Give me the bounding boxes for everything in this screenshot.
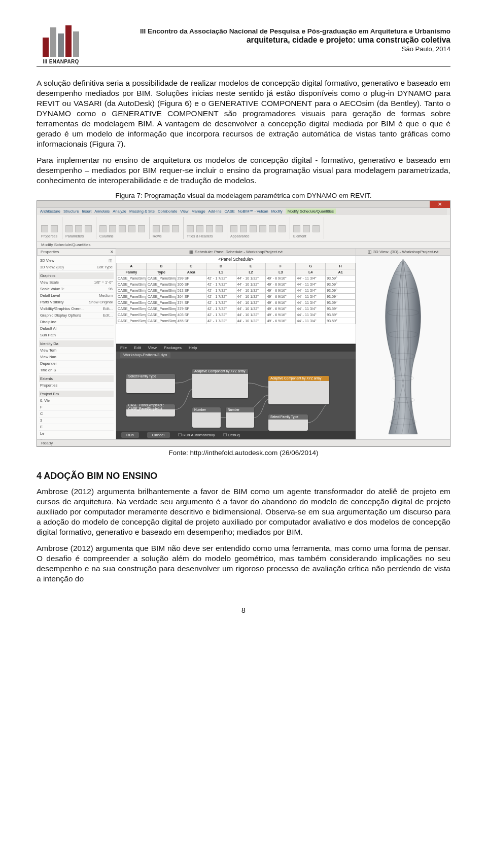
ribbon-tab[interactable]: Modify (271, 209, 283, 214)
browser-item[interactable]: E (39, 424, 114, 431)
dynamo-menu-item[interactable]: Help (189, 345, 197, 350)
ribbon-tab[interactable]: Architecture (40, 209, 60, 214)
ribbon-button-icon[interactable] (206, 225, 213, 232)
dynamo-run-button[interactable]: Run (121, 432, 139, 438)
ribbon-group-label: Columns (99, 234, 145, 238)
ribbon-button-icon[interactable] (293, 225, 300, 232)
ribbon-tab[interactable]: Manage (191, 209, 205, 214)
browser-item[interactable]: F (39, 404, 114, 411)
property-row[interactable]: View Nan (39, 354, 114, 361)
ribbon-button-icon[interactable] (162, 225, 169, 232)
property-row[interactable]: Depender (39, 361, 114, 367)
close-panel-icon[interactable]: ✕ (110, 250, 114, 254)
table-cell: CASE_PanelSimple4pt (117, 305, 147, 311)
ribbon-tab[interactable]: Structure (63, 209, 79, 214)
table-row[interactable]: CASE_PanelSimple4ptCASE_PanelSimple4pt37… (117, 299, 356, 305)
ribbon-button-icon[interactable] (119, 225, 126, 232)
ribbon-button-icon[interactable] (128, 225, 135, 232)
ribbon-tab[interactable]: Collaborate (158, 209, 177, 214)
ribbon-tab[interactable]: Add-Ins (208, 209, 222, 214)
table-cell: 49' - 6 9/16" (266, 305, 296, 311)
ribbon-tab[interactable]: CASE (224, 209, 234, 214)
property-key: Discipline (40, 320, 56, 324)
ribbon-tab[interactable]: View (180, 209, 188, 214)
ribbon-button-icon[interactable] (250, 225, 257, 232)
property-row[interactable]: Scale Value 1:96 (39, 286, 114, 293)
table-row[interactable]: CASE_PanelSimple4ptCASE_PanelSimple4pt51… (117, 287, 356, 293)
browser-item[interactable]: 0, Vie (39, 398, 114, 404)
property-row[interactable]: Detail LevelMedium (39, 293, 114, 299)
dynamo-menu-item[interactable]: File (120, 345, 127, 350)
table-row[interactable]: CASE_PanelSimple4ptCASE_PanelSimple4pt45… (117, 318, 356, 324)
type-selector[interactable]: 3D View ◫ (39, 258, 114, 264)
dynamo-node[interactable]: Number (226, 407, 254, 428)
ribbon-button-icon[interactable] (51, 225, 58, 232)
dynamo-node[interactable]: CASE_PanelSimple4pt : CASE_PanelSimple4p… (126, 404, 175, 416)
property-row[interactable]: Discipline (39, 319, 114, 326)
dynamo-node[interactable]: Adaptive Component by XYZ array (268, 376, 329, 404)
browser-item[interactable]: Le (39, 431, 114, 437)
ribbon-tab[interactable]: Massing & Site (129, 209, 155, 214)
dynamo-cancel-button[interactable]: Cancel (147, 432, 170, 438)
dynamo-debug-checkbox[interactable]: ☐ Debug (223, 433, 240, 437)
table-row[interactable]: CASE_PanelSimple4ptCASE_PanelSimple4pt37… (117, 305, 356, 311)
ribbon-tab[interactable]: NoBIM™ - Vulcan (238, 209, 268, 214)
ribbon-tab[interactable]: Annotate (94, 209, 110, 214)
dynamo-menu-item[interactable]: Edit (134, 345, 141, 350)
dynamo-run-auto-checkbox[interactable]: ☐ Run Automatically (178, 433, 215, 437)
property-row[interactable]: Title on S (39, 367, 114, 374)
ribbon-tab[interactable]: Analyze (113, 209, 126, 214)
dynamo-node[interactable]: Number (192, 407, 221, 428)
ribbon-button-icon[interactable] (259, 225, 266, 232)
ribbon-button-icon[interactable] (279, 225, 286, 232)
ribbon-button-icon[interactable] (138, 225, 145, 232)
ribbon-button-icon[interactable] (240, 225, 247, 232)
ribbon-group-label: Parameters (65, 234, 92, 238)
property-row[interactable]: Parts VisibilityShow Original (39, 299, 114, 306)
ribbon-button-icon[interactable] (172, 225, 179, 232)
table-cell: 93.59° (326, 311, 356, 318)
dynamo-node[interactable]: Select Family Type (126, 374, 175, 393)
ribbon-tab[interactable]: Insert (82, 209, 91, 214)
ribbon-button-icon[interactable] (312, 225, 320, 232)
ribbon-button-icon[interactable] (196, 225, 203, 232)
ribbon-button-icon[interactable] (75, 225, 82, 232)
ribbon-button-icon[interactable] (85, 225, 92, 232)
dynamo-file-tab[interactable]: Workshop-Pattern-3.dyn (120, 352, 170, 358)
edit-type-button[interactable]: Edit Type (97, 265, 113, 269)
close-icon[interactable]: ✕ (430, 201, 450, 208)
ribbon-button-icon[interactable] (230, 225, 237, 232)
table-row[interactable]: CASE_PanelSimple4ptCASE_PanelSimple4pt29… (117, 275, 356, 281)
dynamo-node-header: Adaptive Component by XYZ array (192, 369, 248, 374)
dynamo-menu-item[interactable]: View (148, 345, 157, 350)
ribbon-button-icon[interactable] (65, 225, 73, 232)
ribbon-button-icon[interactable] (41, 225, 48, 232)
ribbon-button-icon[interactable] (216, 225, 223, 232)
property-row[interactable]: Graphic Display OptionsEdit... (39, 313, 114, 319)
table-cell: 42' - 1 7/32" (206, 311, 236, 318)
property-row[interactable]: Sun Path (39, 332, 114, 339)
ribbon-button-icon[interactable] (99, 225, 107, 232)
property-row[interactable]: Default Al (39, 326, 114, 332)
table-row[interactable]: CASE_PanelSimple4ptCASE_PanelSimple4pt36… (117, 293, 356, 299)
browser-item[interactable]: 3 (39, 418, 114, 424)
table-cell: 42' - 1 7/32" (206, 287, 236, 293)
property-row[interactable]: Visibility/Graphics Overr...Edit... (39, 306, 114, 313)
dynamo-menubar: FileEditViewPackagesHelp (116, 344, 356, 352)
property-row[interactable]: Properties (39, 383, 114, 389)
table-row[interactable]: CASE_PanelSimple4ptCASE_PanelSimple4pt30… (117, 281, 356, 287)
property-row[interactable]: View Tem (39, 348, 114, 354)
dynamo-node[interactable]: Adaptive Component by XYZ array (192, 369, 248, 398)
ribbon-button-icon[interactable] (187, 225, 194, 232)
ribbon-button-icon[interactable] (109, 225, 116, 232)
ribbon-button-icon[interactable] (269, 225, 276, 232)
property-row[interactable]: View Scale1/8" = 1'-0" (39, 280, 114, 286)
ribbon-button-icon[interactable] (303, 225, 310, 232)
table-row[interactable]: CASE_PanelSimple4ptCASE_PanelSimple4pt40… (117, 311, 356, 318)
ribbon-tab[interactable]: Modify Schedule/Quantities (286, 209, 336, 214)
dynamo-menu-item[interactable]: Packages (164, 345, 182, 350)
ribbon-button-icon[interactable] (153, 225, 160, 232)
dynamo-node[interactable]: Select Family Type (268, 414, 308, 431)
dynamo-canvas[interactable]: Select Family TypeCASE_PanelSimple4pt : … (116, 359, 356, 431)
browser-item[interactable]: C (39, 411, 114, 418)
